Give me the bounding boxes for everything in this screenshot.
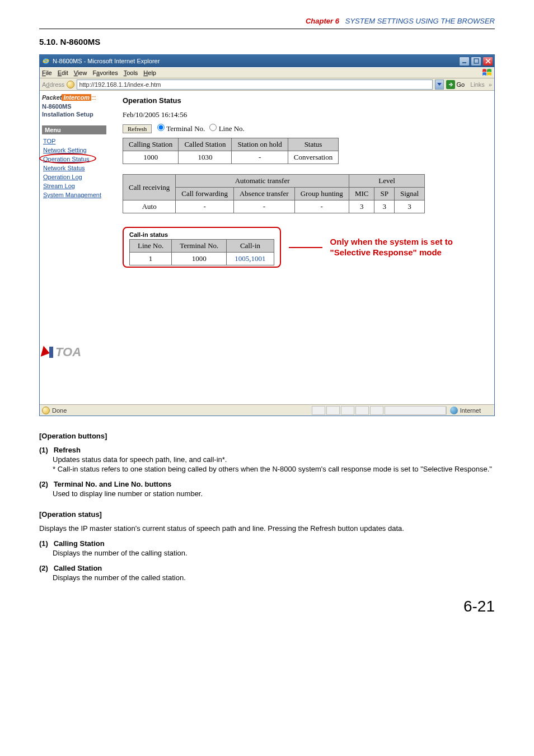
th-termno: Terminal No. [172,240,227,253]
section-number: 5.10. [39,37,58,46]
menu-edit[interactable]: Edit [58,69,68,76]
sidebar-setup: Installation Setup [42,111,111,118]
ie-window: N-8600MS - Microsoft Internet Explorer F… [39,54,495,416]
go-label: Go [456,81,465,88]
th-callin: Call-in [227,240,274,253]
item-num: (1) [39,446,51,454]
item-text-refresh: Updates status data for speech path, lin… [53,455,495,464]
internet-zone-icon [450,407,458,414]
annotation-line2: "Selective Response" mode [330,248,442,257]
terminal-no-radio[interactable]: Terminal No. [157,124,205,133]
menu-favorites[interactable]: Favorites [92,69,118,76]
url-dropdown-button[interactable] [435,80,444,90]
nav-network-setting[interactable]: Network Setting [42,146,111,155]
menu-heading: Menu [42,125,106,134]
speech-path-table: Calling Station Called Station Station o… [123,138,339,164]
menu-view[interactable]: View [74,69,87,76]
td-termno: 1000 [172,253,227,265]
titlebar: N-8600MS - Microsoft Internet Explorer [40,55,494,67]
callin-box: Call-in status Line No. Terminal No. Cal… [123,227,281,268]
heading-op-buttons: [Operation buttons] [39,432,495,440]
go-arrow-icon [446,80,455,89]
th-ab: Absence transfer [233,188,294,200]
status-cell [341,406,354,415]
svg-rect-3 [474,59,479,63]
item-num: (2) [39,564,51,572]
td-recv: Auto [123,200,176,213]
item-num: (2) [39,480,51,488]
toa-text: TOA [55,345,81,360]
td-calling: 1000 [123,151,179,164]
th-sp: SP [374,188,394,200]
terminal-radio-input[interactable] [157,124,165,131]
nav-stream-log[interactable]: Stream Log [42,181,111,190]
section-name: N-8600MS [60,37,101,46]
th-calling: Calling Station [123,138,179,151]
line-radio-input[interactable] [209,124,217,131]
page-heading: Operation Status [123,96,485,105]
item-title-called: Called Station [54,564,102,572]
item-title-refresh: Refresh [54,446,81,454]
windows-flag-icon [482,68,492,77]
menu-file[interactable]: File [42,69,52,76]
td-hold: - [232,151,288,164]
toa-mark-icon [42,347,54,358]
content-pane: Operation Status Feb/10/2005 16:14:56 Re… [114,91,494,404]
opstatus-desc: Displays the IP master station's current… [39,524,495,533]
th-sig: Signal [394,188,424,200]
statusbar: Done Internet [40,404,494,416]
annotation-connector [289,247,322,248]
nav-operation-log[interactable]: Operation Log [42,172,111,181]
th-lineno: Line No. [130,240,172,253]
call-settings-table: Call receiving Automatic transfer Level … [123,174,425,213]
chapter-title: SYSTEM SETTINGS USING THE BROWSER [345,17,495,25]
status-cell [370,406,383,415]
nav-top[interactable]: TOP [42,137,111,146]
th-mic: MIC [349,188,374,200]
status-cell [312,406,325,415]
td-callin: 1005,1001 [227,253,274,265]
done-icon [42,407,50,414]
status-done: Done [52,407,67,414]
annotation-line1: Only when the system is set to [330,237,453,246]
th-hold: Station on hold [232,138,288,151]
minimize-icon [462,58,467,64]
window-title: N-8600MS - Microsoft Internet Explorer [53,58,160,64]
th-level: Level [349,175,424,188]
th-cf: Call forwarding [176,188,234,200]
nav-network-status[interactable]: Network Status [42,164,111,172]
address-bar: Address http://192.168.1.1/index-e.htm G… [40,78,494,91]
brand-logo: PacketIntercom:::: [42,94,111,101]
item-text-termline: Used to display line number or station n… [53,489,495,498]
page-icon [67,81,74,88]
brand-packet: Packet [42,94,62,101]
menu-tools[interactable]: Tools [124,69,138,76]
nav-operation-status[interactable]: Operation Status [42,155,111,164]
line-no-radio[interactable]: Line No. [209,124,244,133]
ie-icon [42,57,50,65]
th-gh: Group hunting [294,188,349,200]
document-text: [Operation buttons] (1) Refresh Updates … [39,432,495,582]
url-input[interactable]: http://192.168.1.1/index-e.htm [77,80,433,90]
annotation-text: Only when the system is set to "Selectiv… [330,237,453,258]
th-called: Called Station [179,138,232,151]
refresh-button[interactable]: Refresh [123,124,152,133]
status-cell [326,406,340,415]
td-sp: 3 [374,200,394,213]
maximize-button[interactable] [471,57,481,66]
status-cell [355,406,369,415]
td-lineno: 1 [130,253,172,265]
td-called: 1030 [179,151,232,164]
go-button[interactable]: Go [446,80,465,89]
minimize-button[interactable] [459,57,470,66]
menu-help[interactable]: Help [143,69,156,76]
url-text: http://192.168.1.1/index-e.htm [79,81,161,88]
nav-system-management[interactable]: System Management [42,190,111,199]
close-button[interactable] [483,57,493,66]
item-num: (1) [39,539,51,548]
timestamp: Feb/10/2005 16:14:56 [123,110,485,119]
item-title-calling: Calling Station [54,539,105,548]
status-cell-wide [385,406,446,415]
callin-table: Line No. Terminal No. Call-in 1 1000 100… [129,239,274,265]
links-label[interactable]: Links [470,81,485,88]
